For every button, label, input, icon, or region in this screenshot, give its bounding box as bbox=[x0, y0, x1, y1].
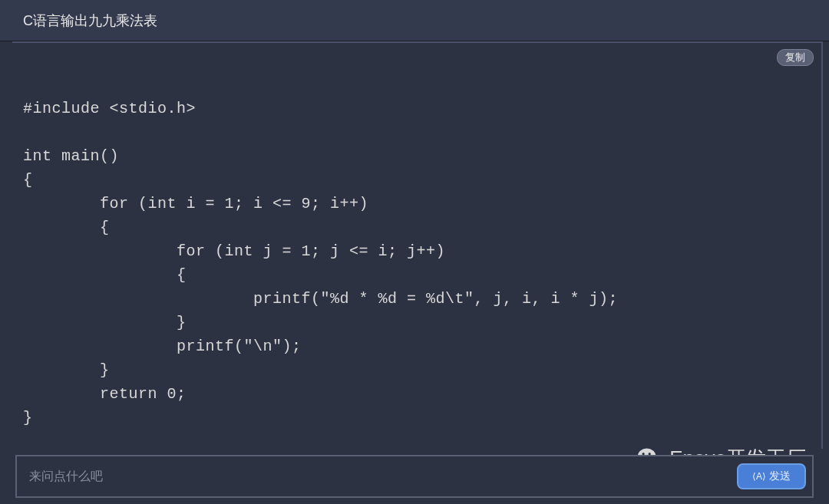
input-bar: ⟨A⟩ 发送 bbox=[15, 455, 814, 498]
prompt-input[interactable] bbox=[29, 469, 737, 483]
copy-button[interactable]: 复制 bbox=[777, 49, 814, 66]
page-title: C语言输出九九乘法表 bbox=[23, 12, 157, 30]
code-content-area: 复制 #include <stdio.h> int main() { for (… bbox=[12, 41, 823, 449]
header-bar: C语言输出九九乘法表 bbox=[0, 0, 829, 41]
send-icon: ⟨A⟩ bbox=[752, 471, 766, 482]
send-button[interactable]: ⟨A⟩ 发送 bbox=[737, 463, 806, 489]
send-button-label: 发送 bbox=[769, 469, 791, 483]
code-block: #include <stdio.h> int main() { for (int… bbox=[12, 43, 821, 437]
